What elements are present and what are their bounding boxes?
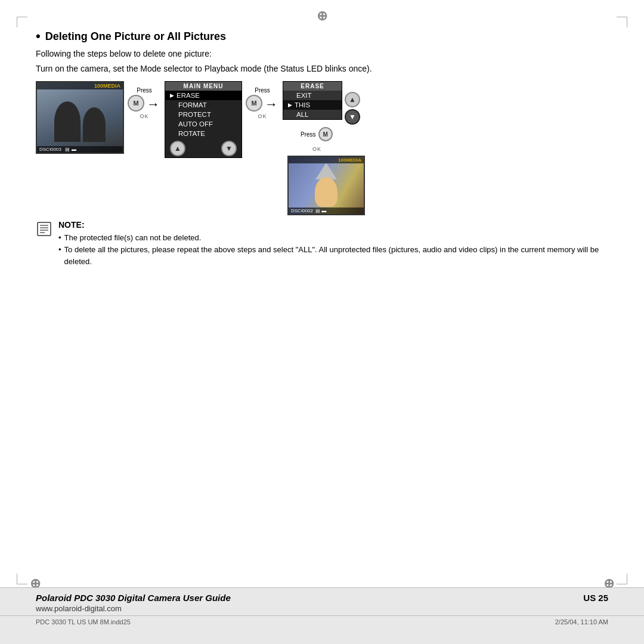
lcd2-bottom-bar: DSCI0002 ▤ ▬ <box>289 208 364 214</box>
main-menu-box: MAIN MENU ▶ ERASE FORMAT PROTECT AUTO OF… <box>165 81 242 158</box>
note-item-2: • To delete all the pictures, please rep… <box>58 244 608 268</box>
child-head <box>315 177 338 207</box>
step1-arrow-right: → <box>147 97 160 112</box>
step1-controls: M → <box>128 95 161 113</box>
menu-item-autooff-label: AUTO OFF <box>178 120 213 128</box>
erase-column: ERASE EXIT ▶ THIS ALL ▲ <box>283 81 365 215</box>
menu-item-protect-label: PROTECT <box>178 111 211 118</box>
footer-title: Polaroid PDC 3030 Digital Camera User Gu… <box>36 593 231 603</box>
step3-press-label: Press <box>301 131 316 138</box>
menu-item-erase-label: ERASE <box>177 92 200 99</box>
note-text-2: To delete all the pictures, please repea… <box>64 244 608 268</box>
erase-arrow-this: ▶ <box>288 102 292 108</box>
lcd2-child <box>289 177 364 207</box>
intro-text-1: Following the steps below to delete one … <box>36 48 608 60</box>
step2-ok-label: OK <box>258 113 267 119</box>
footer-bottom: PDC 3030 TL US UM 8M.indd25 2/25/04, 11:… <box>0 615 644 628</box>
note-clipboard-icon <box>36 220 52 237</box>
lcd2-figure <box>315 177 338 207</box>
step3-controls: Press M <box>301 127 333 143</box>
lcd1-bottom-bar: DSCI0003 ▤ ▬ <box>37 146 123 153</box>
note-content: NOTE: • The protected file(s) can not be… <box>58 220 608 268</box>
section-title: • Deleting One Picture or All Pictures <box>36 30 608 43</box>
footer-main: Polaroid PDC 3030 Digital Camera User Gu… <box>0 588 644 604</box>
footer-file: PDC 3030 TL US UM 8M.indd25 <box>36 618 131 626</box>
erase-item-exit: EXIT <box>283 91 342 100</box>
page-footer: Polaroid PDC 3030 Digital Camera User Gu… <box>0 587 644 644</box>
erase-item-this-label: THIS <box>295 101 310 109</box>
erase-nav-down[interactable]: ▼ <box>345 109 360 125</box>
erase-item-all: ALL <box>283 110 342 119</box>
note-title: NOTE: <box>58 220 608 230</box>
nav-up-button[interactable]: ▲ <box>170 141 185 156</box>
crosshair-top: ⊕ <box>317 8 327 24</box>
lcd1-overlay <box>43 91 117 142</box>
footer-page: US 25 <box>583 593 608 603</box>
main-menu-header: MAIN MENU <box>165 82 242 91</box>
step3-ok-label: OK <box>312 143 321 153</box>
corner-mark-tl <box>17 17 27 27</box>
step1-press-label: Press <box>137 87 152 94</box>
step1-ok-label: OK <box>140 113 148 119</box>
lcd2-icons: ▤ ▬ <box>315 208 326 213</box>
corner-mark-tr <box>617 17 627 27</box>
step2-controls: M → <box>246 95 279 113</box>
erase-nav-up[interactable]: ▲ <box>345 92 360 107</box>
svg-rect-0 <box>38 222 51 236</box>
lcd1-icon1: ▤ <box>65 147 70 152</box>
intro-text-2: Turn on the camera, set the Mode selecto… <box>36 63 608 75</box>
menu-item-erase: ▶ ERASE <box>165 91 242 100</box>
step2-arrow: Press M → OK <box>243 87 281 119</box>
menu-nav-buttons: ▲ ▼ <box>165 138 242 157</box>
page-content: • Deleting One Picture or All Pictures F… <box>36 30 608 581</box>
erase-down-indicator: ▼ <box>345 109 360 125</box>
section-title-text: Deleting One Picture or All Pictures <box>45 30 226 43</box>
note-bullet-2: • <box>58 244 61 268</box>
step2-m-button: M <box>246 95 262 112</box>
diagram-area: 100MEDIA DSCI0003 ▤ ▬ Press M → OK <box>36 81 608 215</box>
erase-nav-buttons: ▲ ▼ <box>345 81 360 125</box>
lcd1-status-icons: ▤ ▬ <box>65 147 76 152</box>
lcd1-id: DSCI0003 <box>39 147 61 152</box>
corner-mark-bl <box>17 574 27 584</box>
lcd1-icon2: ▬ <box>72 147 76 152</box>
camera-lcd-2: 100MEDIA DSCI0002 ▤ ▬ <box>287 156 365 215</box>
lcd2-id: DSCI0002 <box>291 208 313 213</box>
camera-lcd-1: 100MEDIA DSCI0003 ▤ ▬ <box>36 81 124 154</box>
menu-item-protect: PROTECT <box>165 110 242 119</box>
lcd1-top-bar: 100MEDIA <box>37 82 123 89</box>
step2-press-label: Press <box>255 87 270 94</box>
erase-menu-box: ERASE EXIT ▶ THIS ALL <box>283 81 342 120</box>
note-icon <box>36 220 52 268</box>
note-section: NOTE: • The protected file(s) can not be… <box>36 220 608 268</box>
footer-date: 2/25/04, 11:10 AM <box>555 618 608 626</box>
menu-arrow-erase: ▶ <box>170 92 174 98</box>
note-text-1: The protected file(s) can not be deleted… <box>64 232 202 244</box>
step3-ok: OK <box>312 146 321 152</box>
footer-url: www.polaroid-digital.com <box>0 604 644 613</box>
erase-item-exit-label: EXIT <box>296 92 312 99</box>
lcd1-photo <box>37 82 123 153</box>
erase-menu-header: ERASE <box>283 82 342 91</box>
crosshair-symbol: ⊕ <box>317 8 327 24</box>
nav-down-button[interactable]: ▼ <box>221 141 237 156</box>
lcd2-photo <box>289 157 364 214</box>
erase-menu-row: ERASE EXIT ▶ THIS ALL ▲ <box>283 81 360 125</box>
note-item-1: • The protected file(s) can not be delet… <box>58 232 608 244</box>
section-bullet: • <box>36 30 41 43</box>
menu-item-format-label: FORMAT <box>178 101 207 109</box>
step3-m-button: M <box>318 127 333 141</box>
menu-item-rotate-label: ROTATE <box>178 130 205 137</box>
person1-silhouette <box>54 101 80 142</box>
step1-m-button: M <box>128 95 144 112</box>
person2-silhouette <box>83 107 106 142</box>
menu-item-format: FORMAT <box>165 100 242 110</box>
main-menu-column: MAIN MENU ▶ ERASE FORMAT PROTECT AUTO OF… <box>165 81 242 158</box>
lcd2-top-bar: 100MEDIA <box>289 157 364 163</box>
step1-arrow: Press M → OK <box>125 87 163 119</box>
note-bullet-1: • <box>58 232 61 244</box>
corner-mark-br <box>617 574 627 584</box>
lcd1-column: 100MEDIA DSCI0003 ▤ ▬ <box>36 81 124 154</box>
erase-item-this: ▶ THIS <box>283 100 342 110</box>
erase-item-all-label: ALL <box>296 111 308 118</box>
